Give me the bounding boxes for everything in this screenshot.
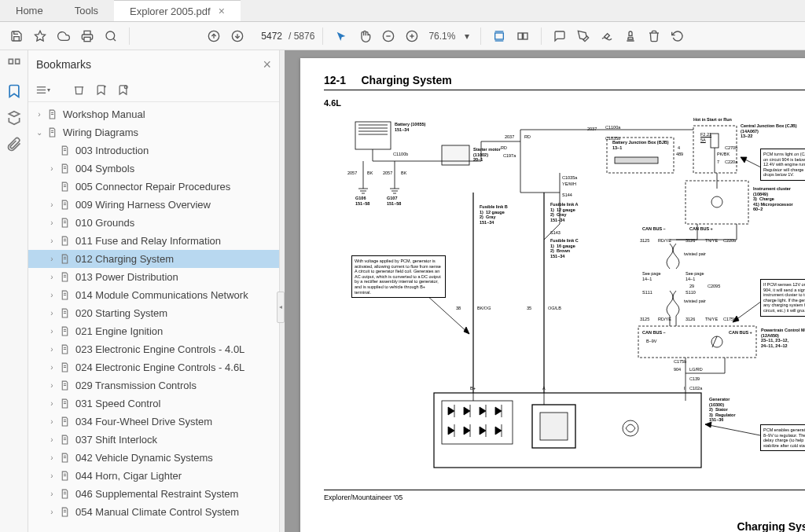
chevron-icon[interactable]: › [47,399,57,408]
chevron-icon[interactable]: › [47,508,57,516]
chevron-icon[interactable]: › [47,363,57,372]
bookmark-item[interactable]: ›034 Four-Wheel Drive System [28,413,279,431]
chevron-icon[interactable]: › [47,237,57,245]
bookmark-label: 031 Speed Control [75,398,160,409]
chevron-icon[interactable]: › [47,200,57,209]
chevron-icon[interactable]: › [47,471,57,480]
chevron-icon[interactable]: › [47,327,57,336]
chevron-down-icon[interactable]: ▾ [465,31,469,42]
bookmark-label: 005 Connector Repair Procedures [75,181,230,193]
main: Bookmarks × ▾ ›Workshop Manual⌄Wiring Di… [0,50,805,532]
page-up-icon[interactable] [204,26,224,46]
bookmark-item[interactable]: ›024 Electronic Engine Controls - 4.6L [28,358,279,376]
chevron-icon[interactable]: › [47,164,57,173]
bookmark-page-icon [58,253,71,266]
undo-icon[interactable] [667,26,688,46]
bookmarks-icon[interactable] [6,83,22,99]
bookmark-item[interactable]: ›023 Electronic Engine Controls - 4.0L [28,340,279,358]
c-c139: C139 [689,376,700,382]
bookmark-item[interactable]: ›Workshop Manual [28,105,279,123]
chevron-icon[interactable]: › [47,381,57,390]
zoom-out-icon[interactable] [378,26,399,46]
pointer-icon[interactable] [331,26,351,46]
page-down-icon[interactable] [227,26,248,46]
chevron-icon[interactable]: › [47,345,57,354]
bookmark-label: 042 Vehicle Dynamic Systems [75,452,213,464]
tab-document[interactable]: Explorer 2005.pdf × [114,0,241,21]
zoom-level: 76.1% [428,31,455,42]
bookmark-item[interactable]: ›044 Horn, Cigar Lighter [28,467,279,485]
chevron-icon[interactable]: › [47,417,57,426]
chevron-icon[interactable]: › [47,435,57,444]
print-icon[interactable] [77,26,97,46]
chevron-icon[interactable]: › [47,255,57,263]
fit-width-icon[interactable] [489,26,509,46]
chevron-icon[interactable]: › [47,273,57,281]
fit-page-icon[interactable] [513,26,533,46]
label-starter: Starter motor (11002) 20–1 [473,147,501,163]
wiring-diagram: Battery (10655) 151–34 Starter motor (11… [324,114,805,483]
bookmark-item[interactable]: 003 Introduction [28,141,279,160]
bookmark-item[interactable]: ›037 Shift Interlock [28,431,279,449]
layers-icon[interactable] [6,110,22,126]
page-viewport[interactable]: 12-1 Charging System 4.6L [285,50,805,532]
bookmark-item[interactable]: ›029 Transmission Controls [28,376,279,394]
highlight-icon[interactable] [573,26,594,46]
bookmark-item[interactable]: ›020 Starting System [28,304,279,322]
delete-bookmark-icon[interactable] [71,83,86,98]
note-1: With voltage applied by PCM, generator i… [351,255,446,298]
bookmark-item[interactable]: ⌄Wiring Diagrams [28,123,279,141]
bookmark-label: 037 Shift Interlock [75,434,157,446]
bookmark-item[interactable]: ›046 Supplemental Restraint System [28,485,279,503]
cloud-icon[interactable] [53,26,74,46]
tab-home[interactable]: Home [0,0,59,21]
trash-icon[interactable] [644,26,664,46]
chevron-icon[interactable]: › [47,218,57,227]
chevron-icon[interactable]: › [47,291,57,299]
svg-line-137 [426,295,469,334]
separator [129,28,130,45]
comment-icon[interactable] [550,26,570,46]
close-icon[interactable]: × [219,5,225,17]
bookmark-item[interactable]: ›042 Vehicle Dynamic Systems [28,449,279,467]
new-bookmark-icon[interactable] [93,83,108,98]
bookmark-item[interactable]: ›009 Wiring Harness Overview [28,196,279,214]
chevron-icon[interactable]: › [47,453,57,462]
stamp-icon[interactable] [620,26,641,46]
attachments-icon[interactable] [6,137,22,152]
bookmark-page-icon [58,452,71,464]
search-icon[interactable] [101,26,121,46]
chevron-icon[interactable]: ⌄ [35,128,44,137]
sign-icon[interactable] [597,26,617,46]
bookmark-item[interactable]: ›010 Grounds [28,214,279,232]
bookmark-item[interactable]: ›054 Manual Climate Control System [28,503,279,521]
label-gen: Generator (10300) 2) Stator 3) Regulator… [709,397,736,423]
bookmark-item[interactable]: ›031 Speed Control [28,394,279,413]
chevron-icon[interactable]: › [47,309,57,317]
bookmark-item[interactable]: ›011 Fuse and Relay Information [28,232,279,250]
close-panel-icon[interactable]: × [263,57,271,73]
hand-icon[interactable] [355,26,375,46]
star-icon[interactable] [30,26,50,46]
c-c270h: C270h [725,145,737,151]
bookmarks-tree[interactable]: ›Workshop Manual⌄Wiring Diagrams003 Intr… [28,102,279,532]
bookmark-item[interactable]: ›012 Charging System [28,250,279,268]
bookmark-item[interactable]: ›021 Engine Ignition [28,322,279,340]
chevron-icon[interactable]: › [47,490,57,498]
collapse-handle-icon[interactable]: ◂ [277,292,285,323]
options-icon[interactable]: ▾ [35,83,50,98]
thumbnails-icon[interactable] [6,57,22,72]
tab-tools[interactable]: Tools [59,0,114,21]
find-bookmark-icon[interactable] [115,83,130,98]
bookmark-item[interactable]: 005 Connector Repair Procedures [28,178,279,196]
bookmark-item[interactable]: ›013 Power Distribution [28,268,279,286]
save-icon[interactable] [6,26,27,46]
zoom-in-icon[interactable] [402,26,422,46]
svg-rect-114 [442,401,513,444]
bookmark-item[interactable]: ›004 Symbols [28,160,279,178]
label-cluster: Instrument cluster (10849) 3) Charge 41)… [753,186,793,212]
bookmark-label: 046 Supplemental Restraint System [75,488,238,500]
page-input[interactable] [251,31,282,42]
chevron-icon[interactable]: › [35,110,44,119]
bookmark-item[interactable]: ›014 Module Communications Network [28,286,279,304]
